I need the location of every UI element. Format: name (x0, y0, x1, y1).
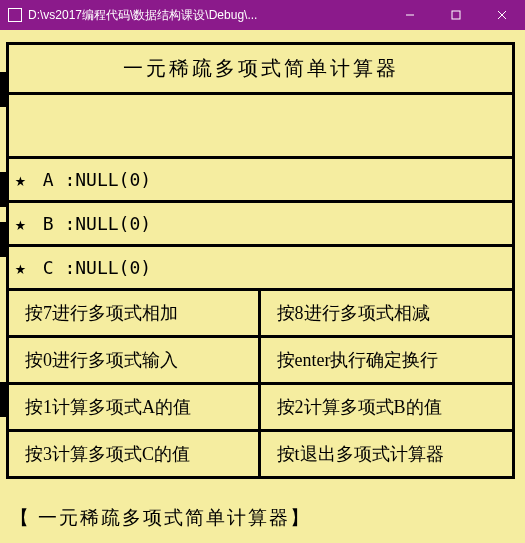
menu-row-1: 按0进行多项式输入 按enter执行确定换行 (9, 338, 512, 385)
footer-text: 【 一元稀疏多项式简单计算器】 (6, 505, 515, 531)
console-content: 一元稀疏多项式简单计算器 ★ A :NULL(0) ★ B :NULL(0) ★… (0, 30, 525, 541)
menu-exit[interactable]: 按t退出多项式计算器 (261, 432, 513, 476)
poly-a-name: A (43, 169, 54, 190)
blank-area (9, 95, 512, 159)
menu-eval-c[interactable]: 按3计算多项式C的值 (9, 432, 261, 476)
menu-eval-a[interactable]: 按1计算多项式A的值 (9, 385, 261, 432)
menu-row-2: 按1计算多项式A的值 按2计算多项式B的值 (9, 385, 512, 432)
window-controls (387, 0, 525, 30)
left-stub (0, 172, 9, 207)
colon: : (64, 169, 75, 190)
poly-c-value: NULL(0) (75, 257, 151, 278)
menu-row-0: 按7进行多项式相加 按8进行多项式相减 (9, 291, 512, 338)
titlebar: D:\vs2017编程代码\数据结构课设\Debug\... (0, 0, 525, 30)
menu-row-3: 按3计算多项式C的值 按t退出多项式计算器 (9, 432, 512, 476)
left-stub (0, 222, 9, 257)
main-box: 一元稀疏多项式简单计算器 ★ A :NULL(0) ★ B :NULL(0) ★… (6, 42, 515, 479)
left-stub (0, 72, 9, 107)
poly-row-b: ★ B :NULL(0) (9, 203, 512, 247)
star-icon: ★ (15, 213, 26, 234)
maximize-button[interactable] (433, 0, 479, 30)
menu-input[interactable]: 按0进行多项式输入 (9, 338, 261, 385)
minimize-button[interactable] (387, 0, 433, 30)
menu-enter[interactable]: 按enter执行确定换行 (261, 338, 513, 385)
close-button[interactable] (479, 0, 525, 30)
poly-b-name: B (43, 213, 54, 234)
star-icon: ★ (15, 257, 26, 278)
app-icon (8, 8, 22, 22)
poly-b-value: NULL(0) (75, 213, 151, 234)
poly-c-name: C (43, 257, 54, 278)
window-title: D:\vs2017编程代码\数据结构课设\Debug\... (28, 7, 387, 24)
menu-eval-b[interactable]: 按2计算多项式B的值 (261, 385, 513, 432)
colon: : (64, 257, 75, 278)
menu-sub[interactable]: 按8进行多项式相减 (261, 291, 513, 338)
poly-a-value: NULL(0) (75, 169, 151, 190)
left-stub (0, 382, 9, 417)
colon: : (64, 213, 75, 234)
menu-add[interactable]: 按7进行多项式相加 (9, 291, 261, 338)
star-icon: ★ (15, 169, 26, 190)
app-title: 一元稀疏多项式简单计算器 (9, 45, 512, 95)
svg-rect-1 (452, 11, 460, 19)
poly-row-c: ★ C :NULL(0) (9, 247, 512, 291)
poly-row-a: ★ A :NULL(0) (9, 159, 512, 203)
